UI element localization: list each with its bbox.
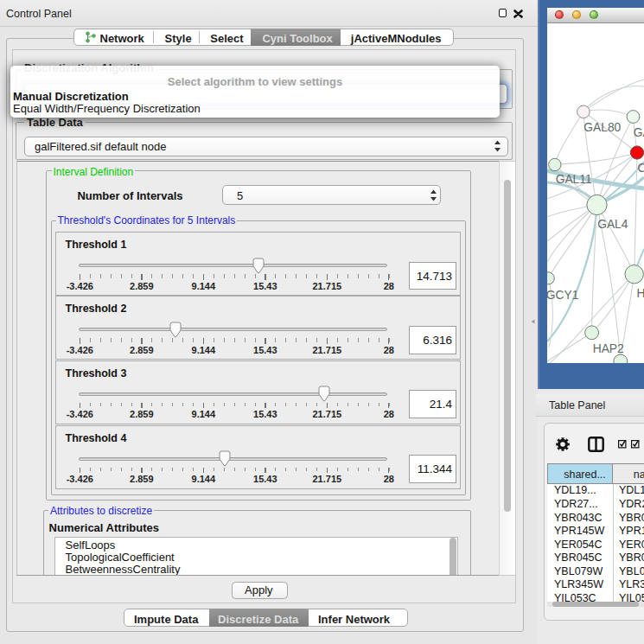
- svg-text:GAL4: GAL4: [597, 218, 628, 231]
- svg-text:HA: HA: [637, 287, 644, 300]
- svg-text:GAL11: GAL11: [556, 173, 592, 186]
- svg-text:HAP2: HAP2: [593, 342, 624, 355]
- svg-text:GAL80: GAL80: [583, 121, 621, 134]
- svg-text:GCY1: GCY1: [547, 289, 578, 302]
- svg-text:CR: CR: [637, 162, 644, 175]
- svg-text:GA: GA: [634, 126, 644, 139]
